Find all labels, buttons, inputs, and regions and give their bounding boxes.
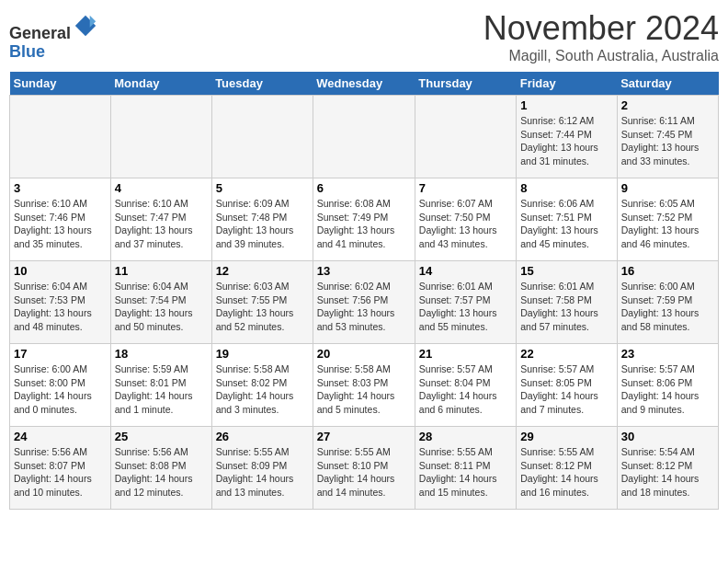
week-row-5: 24Sunrise: 5:56 AM Sunset: 8:07 PM Dayli… bbox=[10, 427, 719, 510]
day-number: 16 bbox=[621, 264, 714, 278]
day-cell bbox=[415, 96, 516, 178]
day-info: Sunrise: 6:02 AM Sunset: 7:56 PM Dayligh… bbox=[317, 280, 411, 334]
day-number: 27 bbox=[317, 430, 411, 443]
day-cell: 22Sunrise: 5:57 AM Sunset: 8:05 PM Dayli… bbox=[517, 344, 617, 427]
day-number: 12 bbox=[216, 264, 309, 278]
day-info: Sunrise: 6:04 AM Sunset: 7:53 PM Dayligh… bbox=[14, 280, 107, 334]
day-info: Sunrise: 6:01 AM Sunset: 7:57 PM Dayligh… bbox=[419, 280, 512, 334]
day-number: 8 bbox=[520, 181, 612, 195]
day-cell: 18Sunrise: 5:59 AM Sunset: 8:01 PM Dayli… bbox=[110, 344, 211, 427]
day-number: 29 bbox=[520, 430, 612, 443]
day-cell: 1Sunrise: 6:12 AM Sunset: 7:44 PM Daylig… bbox=[517, 96, 617, 178]
day-number: 15 bbox=[520, 264, 612, 278]
day-cell: 21Sunrise: 5:57 AM Sunset: 8:04 PM Dayli… bbox=[415, 344, 516, 427]
day-cell: 3Sunrise: 6:10 AM Sunset: 7:46 PM Daylig… bbox=[10, 178, 111, 261]
day-cell: 20Sunrise: 5:58 AM Sunset: 8:03 PM Dayli… bbox=[313, 344, 415, 427]
day-cell: 27Sunrise: 5:55 AM Sunset: 8:10 PM Dayli… bbox=[313, 427, 415, 510]
day-number: 13 bbox=[317, 264, 411, 278]
day-header-friday: Friday bbox=[517, 72, 617, 96]
page-header: General Blue November 2024 Magill, South… bbox=[9, 9, 719, 64]
day-cell: 24Sunrise: 5:56 AM Sunset: 8:07 PM Dayli… bbox=[10, 427, 111, 510]
day-info: Sunrise: 6:05 AM Sunset: 7:52 PM Dayligh… bbox=[621, 197, 714, 251]
day-cell: 29Sunrise: 5:55 AM Sunset: 8:12 PM Dayli… bbox=[517, 427, 617, 510]
day-number: 22 bbox=[520, 347, 612, 361]
location: Magill, South Australia, Australia bbox=[483, 48, 719, 64]
day-info: Sunrise: 5:57 AM Sunset: 8:05 PM Dayligh… bbox=[520, 362, 612, 417]
day-cell: 28Sunrise: 5:55 AM Sunset: 8:11 PM Dayli… bbox=[415, 427, 516, 510]
day-info: Sunrise: 6:11 AM Sunset: 7:45 PM Dayligh… bbox=[621, 114, 714, 168]
day-cell: 7Sunrise: 6:07 AM Sunset: 7:50 PM Daylig… bbox=[415, 178, 516, 261]
day-cell: 2Sunrise: 6:11 AM Sunset: 7:45 PM Daylig… bbox=[617, 96, 718, 178]
day-header-wednesday: Wednesday bbox=[313, 72, 415, 96]
day-number: 10 bbox=[14, 264, 107, 278]
day-info: Sunrise: 5:58 AM Sunset: 8:02 PM Dayligh… bbox=[216, 362, 309, 417]
logo: General Blue bbox=[9, 13, 98, 62]
day-info: Sunrise: 6:09 AM Sunset: 7:48 PM Dayligh… bbox=[216, 197, 309, 251]
day-cell: 16Sunrise: 6:00 AM Sunset: 7:59 PM Dayli… bbox=[617, 261, 718, 344]
day-cell: 15Sunrise: 6:01 AM Sunset: 7:58 PM Dayli… bbox=[517, 261, 617, 344]
day-number: 19 bbox=[216, 347, 309, 361]
logo-icon bbox=[73, 13, 98, 39]
day-info: Sunrise: 5:54 AM Sunset: 8:12 PM Dayligh… bbox=[621, 445, 714, 500]
day-info: Sunrise: 5:57 AM Sunset: 8:04 PM Dayligh… bbox=[419, 362, 512, 417]
day-cell: 9Sunrise: 6:05 AM Sunset: 7:52 PM Daylig… bbox=[617, 178, 718, 261]
day-cell: 13Sunrise: 6:02 AM Sunset: 7:56 PM Dayli… bbox=[313, 261, 415, 344]
day-info: Sunrise: 5:55 AM Sunset: 8:12 PM Dayligh… bbox=[520, 445, 612, 500]
day-number: 23 bbox=[621, 347, 714, 361]
day-number: 6 bbox=[317, 181, 411, 195]
day-number: 9 bbox=[621, 181, 714, 195]
day-header-sunday: Sunday bbox=[10, 72, 111, 96]
day-info: Sunrise: 5:55 AM Sunset: 8:09 PM Dayligh… bbox=[216, 445, 309, 500]
day-cell bbox=[211, 96, 313, 178]
logo-blue: Blue bbox=[9, 42, 45, 61]
day-header-tuesday: Tuesday bbox=[211, 72, 313, 96]
day-cell: 4Sunrise: 6:10 AM Sunset: 7:47 PM Daylig… bbox=[110, 178, 211, 261]
day-cell: 26Sunrise: 5:55 AM Sunset: 8:09 PM Dayli… bbox=[211, 427, 313, 510]
month-title: November 2024 bbox=[483, 9, 719, 48]
day-cell: 12Sunrise: 6:03 AM Sunset: 7:55 PM Dayli… bbox=[211, 261, 313, 344]
day-cell bbox=[110, 96, 211, 178]
day-cell: 23Sunrise: 5:57 AM Sunset: 8:06 PM Dayli… bbox=[617, 344, 718, 427]
day-info: Sunrise: 6:01 AM Sunset: 7:58 PM Dayligh… bbox=[520, 280, 612, 334]
day-number: 21 bbox=[419, 347, 512, 361]
day-cell: 10Sunrise: 6:04 AM Sunset: 7:53 PM Dayli… bbox=[10, 261, 111, 344]
day-number: 20 bbox=[317, 347, 411, 361]
day-cell: 14Sunrise: 6:01 AM Sunset: 7:57 PM Dayli… bbox=[415, 261, 516, 344]
week-row-3: 10Sunrise: 6:04 AM Sunset: 7:53 PM Dayli… bbox=[10, 261, 719, 344]
day-number: 1 bbox=[520, 98, 612, 112]
day-cell: 8Sunrise: 6:06 AM Sunset: 7:51 PM Daylig… bbox=[517, 178, 617, 261]
week-row-1: 1Sunrise: 6:12 AM Sunset: 7:44 PM Daylig… bbox=[10, 96, 719, 178]
week-row-4: 17Sunrise: 6:00 AM Sunset: 8:00 PM Dayli… bbox=[10, 344, 719, 427]
day-cell: 19Sunrise: 5:58 AM Sunset: 8:02 PM Dayli… bbox=[211, 344, 313, 427]
day-number: 24 bbox=[14, 430, 107, 443]
day-header-thursday: Thursday bbox=[415, 72, 516, 96]
day-info: Sunrise: 6:04 AM Sunset: 7:54 PM Dayligh… bbox=[115, 280, 208, 334]
day-info: Sunrise: 6:07 AM Sunset: 7:50 PM Dayligh… bbox=[419, 197, 512, 251]
day-cell: 6Sunrise: 6:08 AM Sunset: 7:49 PM Daylig… bbox=[313, 178, 415, 261]
day-number: 14 bbox=[419, 264, 512, 278]
day-number: 5 bbox=[216, 181, 309, 195]
days-header-row: SundayMondayTuesdayWednesdayThursdayFrid… bbox=[10, 72, 719, 96]
day-info: Sunrise: 5:56 AM Sunset: 8:08 PM Dayligh… bbox=[115, 445, 208, 500]
day-info: Sunrise: 6:10 AM Sunset: 7:47 PM Dayligh… bbox=[115, 197, 208, 251]
day-number: 18 bbox=[115, 347, 208, 361]
day-info: Sunrise: 5:55 AM Sunset: 8:10 PM Dayligh… bbox=[317, 445, 411, 500]
day-info: Sunrise: 6:00 AM Sunset: 7:59 PM Dayligh… bbox=[621, 280, 714, 334]
day-header-monday: Monday bbox=[110, 72, 211, 96]
day-info: Sunrise: 5:59 AM Sunset: 8:01 PM Dayligh… bbox=[115, 362, 208, 417]
day-info: Sunrise: 5:57 AM Sunset: 8:06 PM Dayligh… bbox=[621, 362, 714, 417]
day-number: 25 bbox=[115, 430, 208, 443]
day-header-saturday: Saturday bbox=[617, 72, 718, 96]
day-number: 4 bbox=[115, 181, 208, 195]
day-cell: 30Sunrise: 5:54 AM Sunset: 8:12 PM Dayli… bbox=[617, 427, 718, 510]
day-number: 26 bbox=[216, 430, 309, 443]
day-number: 7 bbox=[419, 181, 512, 195]
day-info: Sunrise: 6:03 AM Sunset: 7:55 PM Dayligh… bbox=[216, 280, 309, 334]
day-number: 11 bbox=[115, 264, 208, 278]
week-row-2: 3Sunrise: 6:10 AM Sunset: 7:46 PM Daylig… bbox=[10, 178, 719, 261]
day-number: 17 bbox=[14, 347, 107, 361]
day-info: Sunrise: 6:06 AM Sunset: 7:51 PM Dayligh… bbox=[520, 197, 612, 251]
title-block: November 2024 Magill, South Australia, A… bbox=[483, 9, 719, 64]
day-cell bbox=[10, 96, 111, 178]
day-cell: 25Sunrise: 5:56 AM Sunset: 8:08 PM Dayli… bbox=[110, 427, 211, 510]
